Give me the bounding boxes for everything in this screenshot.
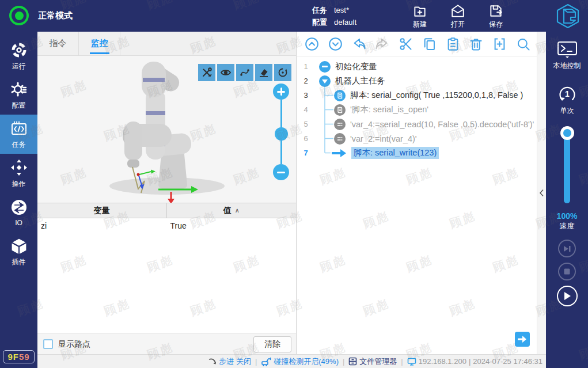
robot-control-app: 正常模式 任务test* 配置default 新建 打开 保存	[0, 0, 588, 368]
path-button[interactable]	[236, 64, 253, 81]
collapse-node-icon[interactable]	[319, 61, 331, 73]
terminal-icon	[556, 41, 579, 59]
network-status: 192.168.1.200 | 2024-07-25 17:46:31	[407, 357, 543, 366]
zoom-out-button[interactable]	[273, 164, 289, 180]
sidebar-item-run[interactable]: 运行	[0, 36, 37, 75]
single-run-button[interactable]: 1 单次	[556, 84, 578, 116]
step-over-button[interactable]	[558, 240, 576, 257]
current-line-arrow-icon	[332, 149, 347, 158]
config-label: 配置	[312, 16, 327, 28]
file-manager-icon	[348, 357, 357, 366]
collapse-all-button[interactable]	[304, 36, 320, 52]
variable-table-header: 变量 值∧	[37, 203, 296, 218]
viewer-tabs: 指令 监控	[37, 32, 296, 56]
sidebar-item-config[interactable]: 配置	[0, 75, 37, 115]
sidebar-item-task[interactable]: 任务	[0, 115, 37, 154]
tab-command[interactable]: 指令	[37, 32, 79, 55]
column-value[interactable]: 值∧	[167, 203, 297, 218]
variable-value-cell: True	[167, 221, 297, 230]
sidebar-item-io[interactable]: IO	[0, 193, 37, 232]
eraser-icon	[258, 67, 270, 78]
reset-view-button[interactable]	[274, 64, 291, 81]
cube-icon	[10, 237, 28, 255]
column-variable: 变量	[37, 203, 167, 218]
assignment-icon	[334, 119, 346, 130]
tree-row-main-task[interactable]: 2 机器人主任务	[297, 74, 546, 88]
speed-slider[interactable]	[560, 128, 574, 203]
save-task-button[interactable]: 保存	[481, 3, 511, 29]
code-toolbar	[297, 32, 546, 57]
table-row[interactable]: zi True	[37, 218, 296, 233]
monitor-icon	[407, 358, 416, 366]
sidebar-item-label: 操作	[12, 179, 26, 189]
clear-button[interactable]: 清除	[253, 336, 291, 352]
file-actions: 新建 打开 保存	[405, 3, 511, 29]
top-bar: 正常模式 任务test* 配置default 新建 打开 保存	[0, 0, 588, 32]
config-name: default	[334, 16, 356, 28]
save-task-label: 保存	[489, 20, 503, 29]
open-task-button[interactable]: 打开	[443, 3, 473, 29]
zoom-in-button[interactable]	[273, 84, 289, 100]
visibility-button[interactable]	[217, 64, 234, 81]
stop-icon	[564, 268, 570, 275]
cut-button[interactable]	[398, 36, 414, 52]
stop-button[interactable]	[558, 263, 576, 280]
zoom-slider-track[interactable]	[280, 100, 282, 164]
robot-3d-viewport[interactable]	[37, 56, 296, 203]
tree-row-var4-assign[interactable]: 5 'var_4:=serial_read(10, False ,0.5).de…	[297, 117, 546, 131]
expand-node-icon[interactable]	[319, 75, 331, 87]
single-cycle-icon: 1	[556, 84, 578, 104]
step-arrow-icon	[208, 358, 217, 366]
sort-caret-icon: ∧	[235, 207, 240, 214]
table-empty-area	[37, 233, 296, 333]
erase-button[interactable]	[255, 64, 272, 81]
new-task-button[interactable]: 新建	[405, 3, 435, 29]
tree-row-var2-assign[interactable]: 6 'var_2:=int(var_4)'	[297, 131, 546, 146]
collision-detection-status[interactable]: 碰撞检测开启(49%)	[261, 356, 339, 367]
script-icon	[334, 90, 346, 101]
status-green-icon	[9, 6, 29, 25]
delete-button[interactable]	[468, 36, 484, 52]
zoom-control	[273, 84, 289, 180]
new-task-label: 新建	[413, 20, 427, 29]
eye-icon	[220, 67, 232, 78]
tree-row-serial-write[interactable]: 7 脚本: serial_write(123)	[297, 146, 546, 160]
step-mode-status[interactable]: 步进 关闭	[208, 356, 251, 367]
paste-button[interactable]	[445, 36, 461, 52]
play-button[interactable]	[557, 286, 578, 306]
single-run-label: 单次	[560, 106, 574, 116]
open-icon	[450, 3, 465, 18]
robot-id-badge: 9F59	[3, 350, 35, 363]
left-nav-sidebar: 运行 配置 任务 操作 IO 插件 9F59	[0, 32, 37, 368]
sidebar-item-label: 运行	[12, 62, 26, 71]
insert-button[interactable]	[492, 36, 507, 52]
sidebar-item-label: 任务	[12, 140, 26, 150]
run-control-sidebar: 本地控制 1 单次 100% 速度	[546, 32, 588, 368]
file-manager-status[interactable]: 文件管理器	[348, 356, 397, 367]
tree-row-init-vars[interactable]: 1 初始化变量	[297, 59, 546, 74]
step-next-button[interactable]	[515, 332, 530, 347]
show-waypoints-checkbox[interactable]	[43, 339, 53, 349]
task-tree: 1 初始化变量 2 机器人主任务 3 脚本: serial_config( Tr…	[297, 57, 546, 160]
redo-button[interactable]	[374, 36, 390, 52]
undo-button[interactable]	[351, 36, 367, 52]
speed-slider-handle[interactable]	[560, 126, 574, 140]
copy-button[interactable]	[422, 36, 437, 52]
svg-text:1: 1	[565, 89, 570, 98]
brand-logo	[556, 3, 580, 31]
local-control-button[interactable]: 本地控制	[553, 41, 581, 71]
sidebar-item-operate[interactable]: 操作	[0, 154, 37, 193]
tree-row-serial-is-open[interactable]: 4 '脚本: serial_is_open'	[297, 103, 546, 117]
arrow-right-icon	[518, 335, 527, 343]
tree-row-serial-config[interactable]: 3 脚本: serial_config( True ,115200,0,1,8,…	[297, 88, 546, 103]
show-waypoints-label: 显示路点	[58, 339, 90, 350]
file-info: 任务test* 配置default	[312, 4, 356, 28]
sidebar-item-plugin[interactable]: 插件	[0, 232, 37, 271]
speed-value: 100%	[557, 211, 578, 221]
tools-icon	[201, 67, 213, 78]
tab-monitor[interactable]: 监控	[79, 32, 120, 55]
zoom-slider-handle[interactable]	[275, 127, 288, 141]
search-button[interactable]	[515, 36, 531, 52]
tools-button[interactable]	[198, 64, 215, 81]
expand-all-button[interactable]	[328, 36, 343, 52]
